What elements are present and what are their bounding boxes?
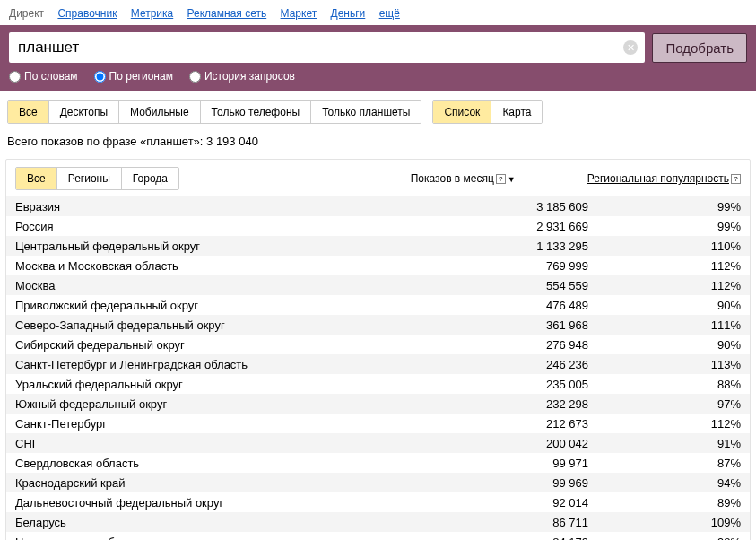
col-header-shows[interactable]: Показов в месяц?▼ bbox=[411, 172, 516, 185]
popularity-value: 113% bbox=[624, 358, 741, 371]
table-row: Евразия3 185 60999% bbox=[6, 196, 750, 216]
region-name: Краснодарский край bbox=[15, 476, 445, 490]
table-row: Свердловская область99 97187% bbox=[6, 453, 750, 473]
popularity-value: 91% bbox=[624, 437, 741, 450]
popularity-value: 99% bbox=[624, 200, 741, 213]
region-name: Беларусь bbox=[15, 516, 445, 529]
results-rows: Евразия3 185 60999%Россия2 931 66999%Цен… bbox=[6, 196, 750, 540]
popularity-value: 98% bbox=[624, 536, 741, 541]
search-input-wrap: ✕ bbox=[9, 32, 645, 63]
col-header-popularity[interactable]: Региональная популярность? bbox=[587, 172, 741, 185]
clear-icon[interactable]: ✕ bbox=[623, 40, 638, 55]
region-name: Санкт-Петербург и Ленинградская область bbox=[15, 358, 445, 371]
submit-button[interactable]: Подобрать bbox=[652, 33, 747, 63]
table-row: Санкт-Петербург и Ленинградская область2… bbox=[6, 354, 750, 374]
table-row: Санкт-Петербург212 673112% bbox=[6, 414, 750, 433]
radio-label: По регионам bbox=[109, 70, 173, 83]
region-name: Свердловская область bbox=[15, 457, 445, 470]
top-nav: Директ Справочник Метрика Рекламная сеть… bbox=[0, 0, 756, 25]
popularity-value: 94% bbox=[624, 476, 741, 490]
shows-value: 1 133 295 bbox=[445, 240, 624, 253]
popularity-value: 97% bbox=[624, 397, 741, 411]
radio-label: По словам bbox=[24, 70, 78, 83]
shows-value: 92 014 bbox=[445, 496, 624, 510]
popularity-value: 90% bbox=[624, 299, 741, 312]
tab-map[interactable]: Карта bbox=[491, 101, 542, 123]
nav-link-direct[interactable]: Директ bbox=[9, 7, 44, 20]
region-name: Северо-Западный федеральный округ bbox=[15, 318, 445, 332]
table-row: Краснодарский край99 96994% bbox=[6, 473, 750, 492]
shows-value: 99 971 bbox=[445, 457, 624, 470]
radio-by-words[interactable]: По словам bbox=[9, 70, 78, 83]
popularity-value: 112% bbox=[624, 259, 741, 273]
tab-phones-only[interactable]: Только телефоны bbox=[201, 101, 312, 123]
region-name: Москва и Московская область bbox=[15, 259, 445, 273]
tab-tablets-only[interactable]: Только планшеты bbox=[311, 101, 421, 123]
shows-value: 361 968 bbox=[445, 318, 624, 332]
popularity-value: 90% bbox=[624, 338, 741, 352]
subtab-regions[interactable]: Регионы bbox=[57, 168, 122, 189]
region-name: Сибирский федеральный округ bbox=[15, 338, 445, 352]
shows-value: 232 298 bbox=[445, 397, 624, 411]
region-name: Южный федеральный округ bbox=[15, 397, 445, 411]
radio-by-regions[interactable]: По регионам bbox=[94, 70, 173, 83]
shows-value: 276 948 bbox=[445, 338, 624, 352]
region-name: Москва bbox=[15, 279, 445, 292]
search-input[interactable] bbox=[9, 32, 645, 63]
table-row: Москва и Московская область769 999112% bbox=[6, 256, 750, 275]
popularity-value: 112% bbox=[624, 417, 741, 431]
nav-link-adnetwork[interactable]: Рекламная сеть bbox=[187, 7, 267, 20]
shows-value: 200 042 bbox=[445, 437, 624, 450]
region-name: СНГ bbox=[15, 437, 445, 450]
region-name: Евразия bbox=[15, 200, 445, 213]
subtab-all[interactable]: Все bbox=[16, 168, 57, 189]
device-tabs: Все Десктопы Мобильные Только телефоны Т… bbox=[7, 100, 421, 124]
region-name: Санкт-Петербург bbox=[15, 417, 445, 431]
table-row: Северо-Западный федеральный округ361 968… bbox=[6, 315, 750, 335]
shows-value: 246 236 bbox=[445, 358, 624, 371]
help-icon[interactable]: ? bbox=[496, 174, 506, 184]
nav-link-more[interactable]: ещё bbox=[379, 7, 400, 20]
subtab-cities[interactable]: Города bbox=[122, 168, 178, 189]
popularity-value: 87% bbox=[624, 457, 741, 470]
popularity-value: 109% bbox=[624, 516, 741, 529]
table-row: Сибирский федеральный округ276 94890% bbox=[6, 335, 750, 354]
column-headers: Показов в месяц?▼ Региональная популярно… bbox=[411, 172, 741, 185]
shows-value: 212 673 bbox=[445, 417, 624, 431]
shows-value: 235 005 bbox=[445, 378, 624, 391]
region-name: Дальневосточный федеральный округ bbox=[15, 496, 445, 510]
help-icon[interactable]: ? bbox=[731, 174, 741, 184]
search-mode-radios: По словам По регионам История запросов bbox=[9, 63, 747, 83]
nav-link-spravochnik[interactable]: Справочник bbox=[57, 7, 117, 20]
nav-link-market[interactable]: Маркет bbox=[281, 7, 317, 20]
tab-desktops[interactable]: Десктопы bbox=[49, 101, 119, 123]
filter-tabs-row: Все Десктопы Мобильные Только телефоны Т… bbox=[0, 91, 756, 133]
table-row: Нижегородская область84 17998% bbox=[6, 532, 750, 540]
view-tabs: Список Карта bbox=[432, 100, 543, 124]
table-row: Южный федеральный округ232 29897% bbox=[6, 394, 750, 414]
region-name: Уральский федеральный округ bbox=[15, 378, 445, 391]
nav-link-metrika[interactable]: Метрика bbox=[131, 7, 173, 20]
tab-list[interactable]: Список bbox=[433, 101, 491, 123]
shows-value: 99 969 bbox=[445, 476, 624, 490]
table-row: Приволжский федеральный округ476 48990% bbox=[6, 295, 750, 315]
shows-value: 769 999 bbox=[445, 259, 624, 273]
shows-value: 476 489 bbox=[445, 299, 624, 312]
popularity-value: 99% bbox=[624, 220, 741, 233]
tab-all-devices[interactable]: Все bbox=[8, 101, 49, 123]
radio-history[interactable]: История запросов bbox=[189, 70, 295, 83]
region-name: Нижегородская область bbox=[15, 536, 445, 541]
region-name: Центральный федеральный округ bbox=[15, 240, 445, 253]
panel-header: Все Регионы Города Показов в месяц?▼ Рег… bbox=[6, 160, 750, 196]
shows-value: 554 559 bbox=[445, 279, 624, 292]
shows-value: 84 179 bbox=[445, 536, 624, 541]
geo-subtabs: Все Регионы Города bbox=[15, 167, 179, 190]
tab-mobile[interactable]: Мобильные bbox=[119, 101, 201, 123]
popularity-value: 111% bbox=[624, 318, 741, 332]
summary-text: Всего показов по фразе «планшет»: 3 193 … bbox=[0, 133, 756, 159]
table-row: Москва554 559112% bbox=[6, 275, 750, 295]
popularity-value: 88% bbox=[624, 378, 741, 391]
nav-link-money[interactable]: Деньги bbox=[331, 7, 366, 20]
table-row: СНГ200 04291% bbox=[6, 433, 750, 453]
table-row: Дальневосточный федеральный округ92 0148… bbox=[6, 492, 750, 512]
